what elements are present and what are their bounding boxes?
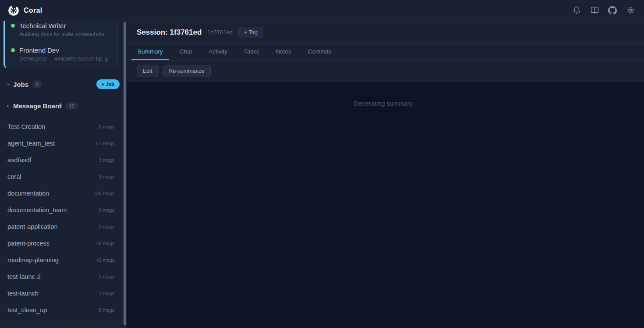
main-panel: Session: 1f3761ed 1f3761ed + Tag Summary… [127, 21, 644, 328]
channel-name: patent-process [7, 240, 50, 247]
channel-name: documentation [7, 190, 49, 197]
channel-list: Test-Creation 0 msgs agent_team_test 57 … [0, 116, 127, 318]
agent-description: Demo prep — welcome screen tip, g [19, 55, 113, 63]
message-board-count-badge: 12 [66, 102, 78, 110]
channel-message-count: 43 msgs [96, 257, 114, 263]
topbar: Coral [0, 0, 644, 21]
channel-message-count: 135 msgs [93, 191, 114, 196]
chevron-right-icon: ▸ [7, 103, 9, 108]
sidebar-scrollbar[interactable] [124, 22, 126, 325]
history-section-header[interactable]: ▸ History 560 [0, 321, 127, 328]
channel-message-count: 28 msgs [96, 241, 114, 246]
add-tag-button[interactable]: + Tag [238, 27, 263, 38]
channel-message-count: 2 msgs [99, 274, 114, 279]
channel-message-count: 8 msgs [99, 307, 114, 313]
channel-row[interactable]: patent-application 0 msgs [0, 218, 127, 235]
jobs-section-header[interactable]: ◂ Jobs 0 + Job [0, 74, 127, 95]
channel-name: test-launc-2 [7, 273, 41, 280]
channel-row[interactable]: asdfasdf 3 msgs [0, 152, 127, 168]
gear-icon[interactable] [625, 5, 636, 16]
summary-toolbar: Edit Re-summarize [127, 61, 644, 82]
channel-row[interactable]: documentation 135 msgs [0, 185, 127, 202]
channel-name: roadmap-planning [7, 257, 59, 264]
agent-description: Auditing docs for stale screenshots, [19, 30, 113, 38]
resummarize-button[interactable]: Re-summarize [163, 65, 211, 77]
channel-row[interactable]: documentation_team 0 msgs [0, 202, 127, 218]
jobs-section-title: Jobs [13, 81, 28, 88]
channel-name: test_clean_up [7, 307, 47, 314]
channel-name: documentation_team [7, 207, 67, 214]
tab-tasks[interactable]: Tasks [238, 44, 265, 60]
agent-item-frontend-dev[interactable]: Frontend Dev Demo prep — welcome screen … [11, 45, 113, 63]
agent-item-technical-writer[interactable]: Technical Writer Auditing docs for stale… [11, 21, 113, 38]
channel-name: coral [7, 173, 21, 180]
session-title: Session: 1f3761ed [137, 28, 202, 37]
channel-name: Test-Creation [7, 123, 45, 130]
online-status-dot [11, 24, 15, 28]
channel-message-count: 57 msgs [96, 141, 114, 146]
channel-row[interactable]: test-launc-2 2 msgs [0, 268, 127, 285]
agent-name: Technical Writer [19, 22, 66, 29]
topbar-actions [571, 5, 636, 16]
add-job-button[interactable]: + Job [96, 79, 120, 89]
channel-message-count: 0 msgs [99, 224, 114, 229]
channel-name: agent_team_test [7, 140, 55, 147]
channel-name: patent-application [7, 223, 57, 230]
channel-row[interactable]: test-launch 1 msgs [0, 285, 127, 302]
session-id: 1f3761ed [207, 29, 233, 36]
channel-message-count: 3 msgs [99, 157, 114, 163]
agent-card[interactable]: Technical Writer Auditing docs for stale… [4, 21, 118, 68]
channel-message-count: 0 msgs [99, 207, 114, 213]
tab-commits[interactable]: Commits [302, 44, 337, 60]
jobs-count-badge: 0 [32, 80, 42, 88]
tab-summary[interactable]: Summary [131, 44, 169, 60]
session-header: Session: 1f3761ed 1f3761ed + Tag [127, 21, 644, 44]
message-board-section-title: Message Board [13, 102, 62, 110]
github-icon[interactable] [607, 5, 618, 16]
tab-chat[interactable]: Chat [173, 44, 198, 60]
channel-row[interactable]: roadmap-planning 43 msgs [0, 252, 127, 268]
channel-message-count: 3 msgs [99, 174, 114, 179]
brand: Coral [8, 5, 42, 16]
bell-icon[interactable] [571, 5, 582, 16]
agent-name: Frontend Dev [19, 46, 59, 54]
channel-row[interactable]: test_clean_up 8 msgs [0, 302, 127, 318]
online-status-dot [11, 48, 15, 52]
channel-name: test-launch [7, 290, 39, 297]
channel-row[interactable]: Test-Creation 0 msgs [0, 118, 127, 135]
channel-row[interactable]: coral 3 msgs [0, 168, 127, 185]
channel-row[interactable]: agent_team_test 57 msgs [0, 135, 127, 152]
channel-row[interactable]: patent-process 28 msgs [0, 235, 127, 252]
tab-bar: Summary Chat Activity Tasks Notes Commit… [127, 44, 644, 61]
summary-content: Generating summary... [127, 82, 644, 328]
channel-message-count: 1 msgs [99, 291, 114, 296]
coral-logo-icon [8, 5, 19, 16]
channel-message-count: 0 msgs [99, 124, 114, 129]
message-board-section-header[interactable]: ▸ Message Board 12 [0, 95, 127, 116]
generating-status-text: Generating summary... [354, 100, 418, 107]
sidebar: Technical Writer Auditing docs for stale… [0, 21, 127, 328]
app-title: Coral [24, 7, 42, 14]
tab-activity[interactable]: Activity [202, 44, 234, 60]
edit-button[interactable]: Edit [137, 65, 159, 77]
channel-name: asdfasdf [7, 157, 32, 164]
book-open-icon[interactable] [589, 5, 600, 16]
tab-notes[interactable]: Notes [270, 44, 297, 60]
chevron-left-icon: ◂ [7, 82, 9, 86]
